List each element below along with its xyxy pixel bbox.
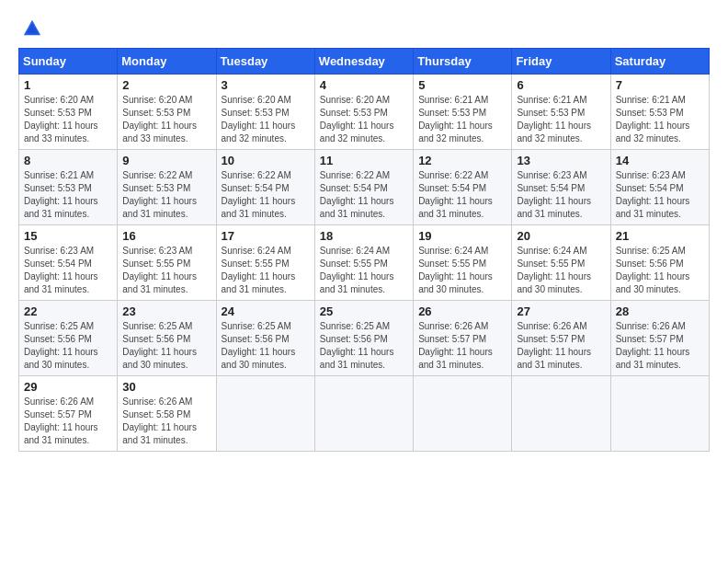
calendar-cell: 7 Sunrise: 6:21 AM Sunset: 5:53 PM Dayli…: [610, 75, 709, 150]
calendar-cell: 9 Sunrise: 6:22 AM Sunset: 5:53 PM Dayli…: [118, 150, 216, 225]
day-number: 13: [517, 154, 605, 167]
day-info: Sunrise: 6:21 AM Sunset: 5:53 PM Dayligh…: [517, 94, 605, 145]
day-info: Sunrise: 6:23 AM Sunset: 5:54 PM Dayligh…: [24, 245, 112, 296]
calendar-cell: 24 Sunrise: 6:25 AM Sunset: 5:56 PM Dayl…: [216, 301, 314, 376]
day-info: Sunrise: 6:22 AM Sunset: 5:53 PM Dayligh…: [122, 169, 210, 221]
weekday-header-row: SundayMondayTuesdayWednesdayThursdayFrid…: [19, 49, 710, 75]
day-info: Sunrise: 6:22 AM Sunset: 5:54 PM Dayligh…: [320, 169, 408, 221]
calendar-week-4: 22 Sunrise: 6:25 AM Sunset: 5:56 PM Dayl…: [19, 301, 710, 376]
day-info: Sunrise: 6:23 AM Sunset: 5:55 PM Dayligh…: [122, 245, 210, 296]
day-info: Sunrise: 6:22 AM Sunset: 5:54 PM Dayligh…: [418, 169, 506, 221]
day-info: Sunrise: 6:25 AM Sunset: 5:56 PM Dayligh…: [616, 245, 704, 296]
day-number: 26: [418, 304, 506, 318]
weekday-header-sunday: Sunday: [19, 49, 118, 75]
day-info: Sunrise: 6:24 AM Sunset: 5:55 PM Dayligh…: [320, 245, 408, 296]
day-info: Sunrise: 6:25 AM Sunset: 5:56 PM Dayligh…: [24, 320, 112, 372]
calendar-cell: [314, 376, 413, 452]
day-number: 18: [320, 229, 408, 243]
day-number: 24: [222, 304, 310, 318]
day-info: Sunrise: 6:24 AM Sunset: 5:55 PM Dayligh…: [418, 245, 506, 296]
day-number: 14: [616, 154, 704, 167]
day-info: Sunrise: 6:20 AM Sunset: 5:53 PM Dayligh…: [222, 94, 310, 145]
day-info: Sunrise: 6:26 AM Sunset: 5:57 PM Dayligh…: [418, 320, 506, 372]
calendar-cell: 10 Sunrise: 6:22 AM Sunset: 5:54 PM Dayl…: [216, 150, 314, 225]
calendar-cell: 28 Sunrise: 6:26 AM Sunset: 5:57 PM Dayl…: [610, 301, 709, 376]
day-number: 1: [24, 78, 112, 92]
day-info: Sunrise: 6:21 AM Sunset: 5:53 PM Dayligh…: [616, 94, 704, 145]
weekday-header-tuesday: Tuesday: [216, 49, 314, 75]
calendar-cell: 27 Sunrise: 6:26 AM Sunset: 5:57 PM Dayl…: [512, 301, 610, 376]
day-info: Sunrise: 6:23 AM Sunset: 5:54 PM Dayligh…: [517, 169, 605, 221]
day-number: 21: [616, 229, 704, 243]
calendar-cell: 15 Sunrise: 6:23 AM Sunset: 5:54 PM Dayl…: [19, 225, 118, 301]
calendar-week-5: 29 Sunrise: 6:26 AM Sunset: 5:57 PM Dayl…: [19, 376, 710, 452]
calendar-cell: 25 Sunrise: 6:25 AM Sunset: 5:56 PM Dayl…: [314, 301, 413, 376]
day-number: 22: [24, 304, 112, 318]
day-info: Sunrise: 6:25 AM Sunset: 5:56 PM Dayligh…: [222, 320, 310, 372]
weekday-header-friday: Friday: [512, 49, 610, 75]
day-info: Sunrise: 6:22 AM Sunset: 5:54 PM Dayligh…: [222, 169, 310, 221]
calendar-cell: 14 Sunrise: 6:23 AM Sunset: 5:54 PM Dayl…: [610, 150, 709, 225]
day-number: 25: [320, 304, 408, 318]
day-number: 12: [418, 154, 506, 167]
day-number: 16: [122, 229, 210, 243]
day-number: 7: [616, 78, 704, 92]
day-info: Sunrise: 6:23 AM Sunset: 5:54 PM Dayligh…: [616, 169, 704, 221]
day-info: Sunrise: 6:25 AM Sunset: 5:56 PM Dayligh…: [122, 320, 210, 372]
day-number: 15: [24, 229, 112, 243]
calendar-cell: [414, 376, 512, 452]
day-number: 3: [222, 78, 310, 92]
calendar-cell: 1 Sunrise: 6:20 AM Sunset: 5:53 PM Dayli…: [19, 75, 118, 150]
calendar-cell: 16 Sunrise: 6:23 AM Sunset: 5:55 PM Dayl…: [118, 225, 216, 301]
day-number: 11: [320, 154, 408, 167]
day-info: Sunrise: 6:20 AM Sunset: 5:53 PM Dayligh…: [320, 94, 408, 145]
logo: [18, 18, 42, 33]
calendar-cell: 12 Sunrise: 6:22 AM Sunset: 5:54 PM Dayl…: [414, 150, 512, 225]
calendar-cell: 2 Sunrise: 6:20 AM Sunset: 5:53 PM Dayli…: [118, 75, 216, 150]
day-number: 17: [222, 229, 310, 243]
calendar-cell: 26 Sunrise: 6:26 AM Sunset: 5:57 PM Dayl…: [414, 301, 512, 376]
weekday-header-wednesday: Wednesday: [314, 49, 413, 75]
calendar-cell: 6 Sunrise: 6:21 AM Sunset: 5:53 PM Dayli…: [512, 75, 610, 150]
day-info: Sunrise: 6:26 AM Sunset: 5:57 PM Dayligh…: [517, 320, 605, 372]
day-info: Sunrise: 6:20 AM Sunset: 5:53 PM Dayligh…: [122, 94, 210, 145]
calendar-cell: 3 Sunrise: 6:20 AM Sunset: 5:53 PM Dayli…: [216, 75, 314, 150]
calendar-cell: 4 Sunrise: 6:20 AM Sunset: 5:53 PM Dayli…: [314, 75, 413, 150]
calendar-cell: 29 Sunrise: 6:26 AM Sunset: 5:57 PM Dayl…: [19, 376, 118, 452]
day-number: 19: [418, 229, 506, 243]
day-number: 30: [122, 380, 210, 394]
calendar-table: SundayMondayTuesdayWednesdayThursdayFrid…: [18, 48, 710, 452]
weekday-header-saturday: Saturday: [610, 49, 709, 75]
calendar-cell: [216, 376, 314, 452]
calendar-cell: 8 Sunrise: 6:21 AM Sunset: 5:53 PM Dayli…: [19, 150, 118, 225]
calendar-cell: 13 Sunrise: 6:23 AM Sunset: 5:54 PM Dayl…: [512, 150, 610, 225]
calendar-cell: 17 Sunrise: 6:24 AM Sunset: 5:55 PM Dayl…: [216, 225, 314, 301]
calendar-cell: 22 Sunrise: 6:25 AM Sunset: 5:56 PM Dayl…: [19, 301, 118, 376]
day-info: Sunrise: 6:24 AM Sunset: 5:55 PM Dayligh…: [517, 245, 605, 296]
calendar-week-3: 15 Sunrise: 6:23 AM Sunset: 5:54 PM Dayl…: [19, 225, 710, 301]
day-number: 9: [122, 154, 210, 167]
calendar-cell: 23 Sunrise: 6:25 AM Sunset: 5:56 PM Dayl…: [118, 301, 216, 376]
day-info: Sunrise: 6:24 AM Sunset: 5:55 PM Dayligh…: [222, 245, 310, 296]
calendar-cell: 11 Sunrise: 6:22 AM Sunset: 5:54 PM Dayl…: [314, 150, 413, 225]
page-header: [18, 18, 710, 33]
day-number: 20: [517, 229, 605, 243]
day-number: 23: [122, 304, 210, 318]
day-number: 29: [24, 380, 112, 394]
calendar-cell: 20 Sunrise: 6:24 AM Sunset: 5:55 PM Dayl…: [512, 225, 610, 301]
calendar-cell: 21 Sunrise: 6:25 AM Sunset: 5:56 PM Dayl…: [610, 225, 709, 301]
day-info: Sunrise: 6:26 AM Sunset: 5:57 PM Dayligh…: [616, 320, 704, 372]
calendar-cell: 19 Sunrise: 6:24 AM Sunset: 5:55 PM Dayl…: [414, 225, 512, 301]
day-info: Sunrise: 6:21 AM Sunset: 5:53 PM Dayligh…: [24, 169, 112, 221]
day-number: 5: [418, 78, 506, 92]
day-info: Sunrise: 6:25 AM Sunset: 5:56 PM Dayligh…: [320, 320, 408, 372]
calendar-week-2: 8 Sunrise: 6:21 AM Sunset: 5:53 PM Dayli…: [19, 150, 710, 225]
day-info: Sunrise: 6:26 AM Sunset: 5:57 PM Dayligh…: [24, 396, 112, 447]
weekday-header-thursday: Thursday: [414, 49, 512, 75]
calendar-cell: [610, 376, 709, 452]
day-info: Sunrise: 6:21 AM Sunset: 5:53 PM Dayligh…: [418, 94, 506, 145]
day-number: 8: [24, 154, 112, 167]
calendar-cell: 5 Sunrise: 6:21 AM Sunset: 5:53 PM Dayli…: [414, 75, 512, 150]
logo-icon: [22, 18, 42, 39]
calendar-cell: 30 Sunrise: 6:26 AM Sunset: 5:58 PM Dayl…: [118, 376, 216, 452]
